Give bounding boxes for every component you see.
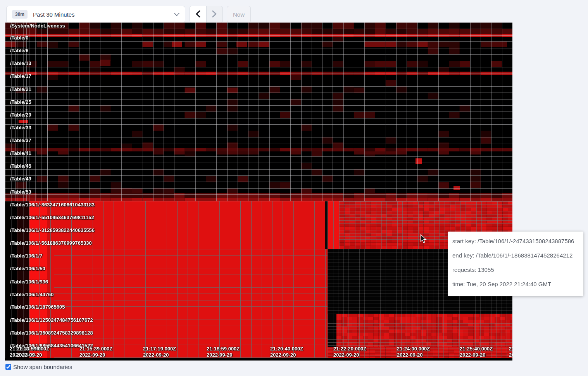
next-window-button[interactable]: [207, 6, 223, 22]
time-window-select[interactable]: 30m Past 30 Minutes: [6, 6, 185, 23]
time-nav-group: [190, 6, 223, 23]
show-span-boundaries-label: Show span boundaries: [13, 364, 72, 370]
key-visualizer-page: 30m Past 30 Minutes Now /System/NodeLive…: [0, 0, 588, 376]
time-window-badge: 30m: [12, 10, 28, 19]
prev-window-button[interactable]: [190, 6, 207, 22]
tooltip-time: time: Tue, 20 Sep 2022 21:24:40 GMT: [452, 277, 583, 291]
show-span-boundaries-checkbox[interactable]: [5, 364, 11, 370]
tooltip-requests: requests: 13055: [452, 263, 583, 277]
hover-tooltip: start key: /Table/106/1/-247433150824388…: [448, 232, 583, 296]
show-span-boundaries[interactable]: Show span boundaries: [5, 364, 72, 370]
tooltip-start-key: start key: /Table/106/1/-247433150824388…: [452, 234, 583, 248]
now-button[interactable]: Now: [227, 6, 251, 23]
chevron-down-icon: [174, 13, 179, 16]
heatmap-canvas[interactable]: [5, 22, 512, 361]
chevron-right-icon: [212, 10, 217, 19]
time-window-label: Past 30 Minutes: [33, 11, 75, 18]
key-visualizer-heatmap[interactable]: /System/NodeLiveness/Table/0/Table/6/Tab…: [5, 22, 512, 361]
tooltip-end-key: end key: /Table/106/1/-18683814745282642…: [452, 248, 583, 263]
chevron-left-icon: [196, 10, 200, 19]
